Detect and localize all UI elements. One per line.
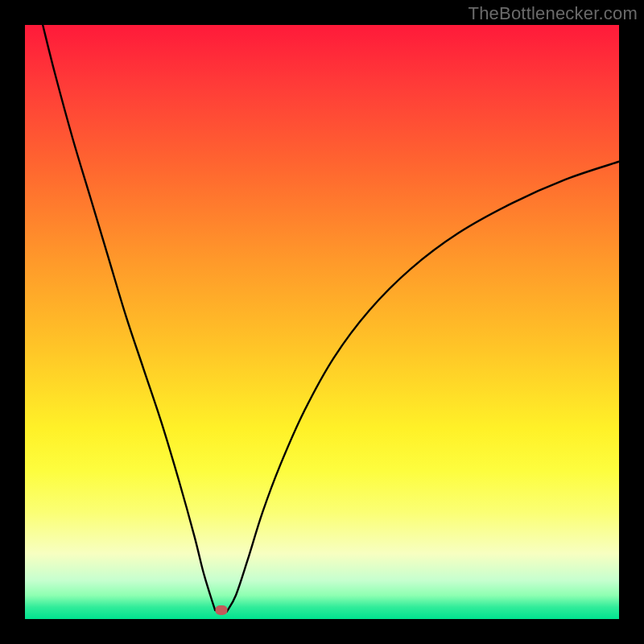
- curve-left-branch: [43, 25, 215, 610]
- watermark-text: TheBottlenecker.com: [469, 3, 638, 24]
- curve-right-branch: [227, 162, 619, 612]
- bottleneck-curve: [25, 25, 619, 619]
- minimum-marker: [215, 605, 227, 615]
- chart-frame: TheBottlenecker.com: [0, 0, 644, 644]
- plot-area: [25, 25, 619, 619]
